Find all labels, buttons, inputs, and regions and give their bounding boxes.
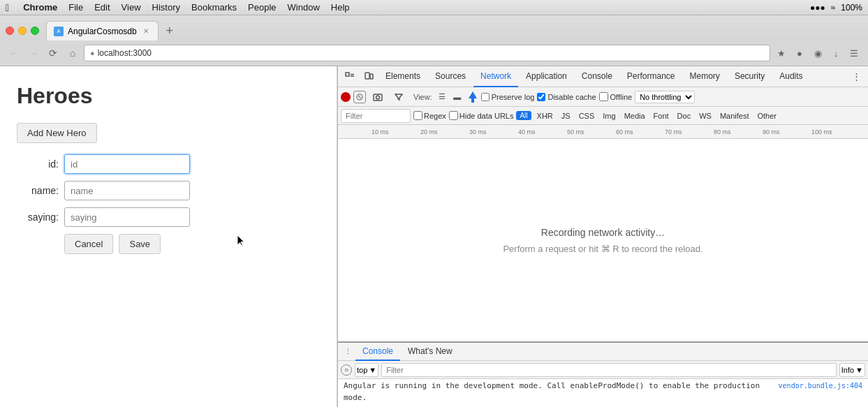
filter-js[interactable]: JS: [559, 111, 573, 121]
timeline-100ms: 100 ms: [811, 128, 832, 135]
filter-toggle-btn[interactable]: [390, 88, 408, 106]
url-bar[interactable]: ● localhost:3000: [84, 45, 770, 61]
list-view-btn[interactable]: ☰: [435, 90, 449, 104]
lock-icon: ●: [90, 49, 95, 57]
id-input[interactable]: [64, 154, 190, 174]
menu-item-history[interactable]: History: [152, 2, 180, 13]
forward-btn[interactable]: →: [25, 45, 42, 61]
menu-item-people[interactable]: People: [248, 2, 276, 13]
console-clear-btn[interactable]: ○: [341, 364, 352, 376]
filter-xhr[interactable]: XHR: [534, 111, 556, 121]
detail-view-btn[interactable]: ▬: [450, 90, 464, 104]
all-filter-tag[interactable]: All: [516, 111, 531, 120]
bookmark-btn[interactable]: ★: [773, 45, 790, 61]
minimize-window-btn[interactable]: [18, 27, 27, 35]
devtools-panel: Elements Sources Network Application Con…: [337, 66, 868, 407]
add-hero-button[interactable]: Add New Hero: [17, 123, 97, 143]
menu-item-chrome[interactable]: Chrome: [23, 2, 57, 13]
tab-memory[interactable]: Memory: [683, 66, 727, 87]
console-context-select[interactable]: top ▼: [355, 363, 378, 377]
filter-doc[interactable]: Doc: [675, 111, 694, 121]
console-level-select[interactable]: Info ▼: [839, 363, 865, 377]
view-icons: ☰ ▬: [435, 90, 464, 104]
tab-audits[interactable]: Audits: [772, 66, 809, 87]
timeline-20ms: 20 ms: [420, 128, 438, 135]
hide-data-checkbox[interactable]: [449, 111, 458, 120]
back-btn[interactable]: ←: [6, 45, 22, 61]
tab-application[interactable]: Application: [519, 66, 574, 87]
hint-text: Perform a request or hit ⌘ R to record t…: [503, 244, 703, 254]
throttle-select[interactable]: No throttling: [635, 91, 695, 103]
tab-close-btn[interactable]: ✕: [141, 27, 151, 36]
menu-item-window[interactable]: Window: [288, 2, 320, 13]
filter-manifest[interactable]: Manifest: [717, 111, 752, 121]
console-filter-input[interactable]: [381, 363, 837, 377]
devtools-inspect-btn[interactable]: [341, 68, 359, 86]
menu-item-view[interactable]: View: [122, 2, 141, 13]
disable-cache-label[interactable]: Disable cache: [537, 93, 596, 101]
menu-item-help[interactable]: Help: [331, 2, 350, 13]
offline-label[interactable]: Offline: [599, 92, 633, 101]
view-label: View:: [413, 93, 432, 101]
hide-data-label[interactable]: Hide data URLs: [449, 111, 514, 120]
regex-label[interactable]: Regex: [413, 111, 446, 120]
console-log-line: Angular is running in the development mo…: [344, 380, 862, 404]
console-tab-console[interactable]: Console: [355, 343, 400, 361]
tab-network[interactable]: Network: [473, 66, 518, 87]
traffic-lights: [6, 27, 39, 40]
stop-recording-btn[interactable]: [353, 91, 366, 103]
saying-input[interactable]: [64, 207, 190, 227]
devtools-device-btn[interactable]: [360, 68, 378, 86]
chrome-btn[interactable]: ◉: [809, 45, 826, 61]
tab-favicon: A: [54, 27, 64, 36]
apple-icon[interactable]: : [6, 2, 9, 13]
filter-media[interactable]: Media: [621, 111, 648, 121]
extensions-btn[interactable]: ●: [791, 45, 808, 61]
settings-btn[interactable]: ☰: [846, 45, 862, 61]
regex-checkbox[interactable]: [413, 111, 422, 120]
tab-sources[interactable]: Sources: [428, 66, 473, 87]
timeline-60ms: 60 ms: [616, 128, 633, 135]
home-btn[interactable]: ⌂: [64, 45, 81, 61]
tab-elements[interactable]: Elements: [378, 66, 427, 87]
console-toolbar: ○ top ▼ Info ▼: [338, 361, 868, 379]
tab-console[interactable]: Console: [575, 66, 619, 87]
timeline: 10 ms 20 ms 30 ms 40 ms 50 ms 60 ms 70 m…: [338, 125, 868, 139]
disable-cache-checkbox[interactable]: [537, 93, 545, 101]
download-btn[interactable]: ↓: [827, 45, 844, 61]
menu-item-file[interactable]: File: [68, 2, 83, 13]
filter-css[interactable]: CSS: [576, 111, 598, 121]
filter-font[interactable]: Font: [651, 111, 672, 121]
menu-bar-right: ●●● ≈ 100%: [810, 3, 862, 13]
console-menu-btn[interactable]: ⋮: [341, 345, 355, 359]
menu-item-bookmarks[interactable]: Bookmarks: [191, 2, 237, 13]
devtools-more-btn[interactable]: ⋮: [847, 68, 865, 86]
save-button[interactable]: Save: [119, 234, 161, 254]
fullscreen-window-btn[interactable]: [31, 27, 39, 35]
console-tab-bar: ⋮ Console What's New: [338, 343, 868, 361]
console-tab-whatsnew[interactable]: What's New: [401, 343, 459, 361]
filter-other[interactable]: Other: [754, 111, 779, 121]
name-input[interactable]: [64, 181, 190, 200]
screenshot-btn[interactable]: [369, 88, 387, 106]
filter-ws[interactable]: WS: [696, 111, 714, 121]
timeline-40ms: 40 ms: [518, 128, 536, 135]
new-tab-btn[interactable]: +: [160, 21, 179, 40]
filter-input[interactable]: [341, 109, 411, 123]
filter-img[interactable]: Img: [600, 111, 618, 121]
menu-item-edit[interactable]: Edit: [94, 2, 110, 13]
record-btn[interactable]: [341, 92, 351, 102]
id-form-row: id:: [17, 154, 320, 174]
preserve-log-checkbox[interactable]: [481, 93, 490, 101]
capture-screenshots-btn[interactable]: [469, 91, 477, 103]
tab-security[interactable]: Security: [728, 66, 772, 87]
preserve-log-label[interactable]: Preserve log: [481, 93, 535, 101]
offline-checkbox[interactable]: [599, 92, 608, 101]
form-actions: Cancel Save: [17, 234, 320, 254]
close-window-btn[interactable]: [6, 27, 14, 35]
reload-btn[interactable]: ⟳: [45, 45, 61, 61]
browser-tab[interactable]: A AngularCosmosdb ✕: [46, 21, 159, 40]
recording-text: Recording network activity…: [541, 227, 665, 238]
tab-performance[interactable]: Performance: [620, 66, 682, 87]
cancel-button[interactable]: Cancel: [64, 234, 113, 254]
